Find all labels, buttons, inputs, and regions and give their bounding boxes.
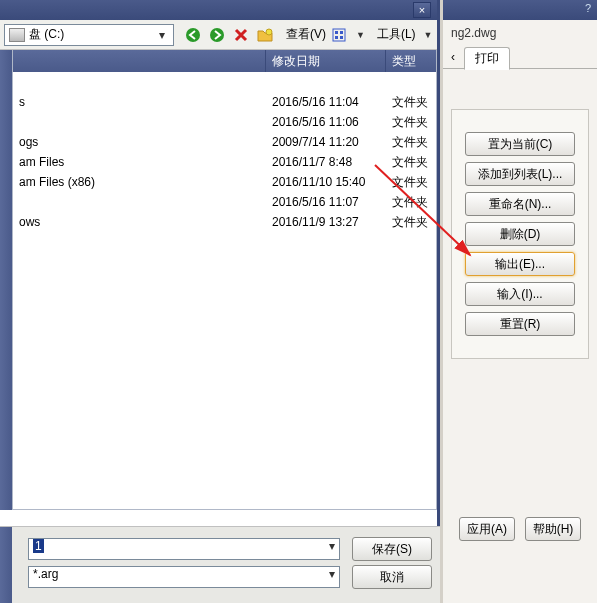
- filetype-combobox[interactable]: *.arg ▾: [28, 566, 340, 588]
- cell-name: s: [13, 95, 266, 109]
- cell-name: ogs: [13, 135, 266, 149]
- document-name: ng2.dwg: [451, 26, 589, 40]
- dialog-toolbar: 盘 (C:) ▾ 查看(V) ▼ 工具(L) ▼: [0, 20, 437, 50]
- rename-button[interactable]: 重命名(N)...: [465, 192, 575, 216]
- list-header: 修改日期 类型: [13, 50, 436, 72]
- chevron-down-icon[interactable]: ▼: [424, 30, 433, 40]
- panel-body: 置为当前(C) 添加到列表(L)... 重命名(N)... 删除(D) 输出(E…: [443, 68, 597, 557]
- panel-footer-actions: 应用(A) 帮助(H): [451, 509, 589, 549]
- cell-type: 文件夹: [386, 134, 436, 151]
- set-current-button[interactable]: 置为当前(C): [465, 132, 575, 156]
- dialog-footer: 1 ▾ 保存(S) *.arg ▾ 取消: [0, 526, 440, 603]
- chevron-down-icon[interactable]: ▾: [329, 539, 335, 553]
- panel-tabs: ng2.dwg ‹ 打印: [443, 20, 597, 68]
- view-options-icon[interactable]: [330, 26, 348, 44]
- back-icon[interactable]: [184, 26, 202, 44]
- chevron-down-icon[interactable]: ▼: [356, 30, 365, 40]
- cell-name: am Files: [13, 155, 266, 169]
- tab-print[interactable]: 打印: [464, 47, 510, 70]
- table-row[interactable]: am Files (x86)2016/11/10 15:40文件夹: [13, 172, 436, 192]
- cell-date: 2016/5/16 11:04: [266, 95, 386, 109]
- filename-input[interactable]: 1 ▾: [28, 538, 340, 560]
- options-panel: ? ng2.dwg ‹ 打印 置为当前(C) 添加到列表(L)... 重命名(N…: [443, 0, 597, 603]
- chevron-down-icon[interactable]: ▾: [155, 28, 169, 42]
- cell-date: 2016/11/7 8:48: [266, 155, 386, 169]
- svg-rect-5: [340, 31, 343, 34]
- svg-rect-3: [333, 29, 345, 41]
- cell-date: 2016/11/9 13:27: [266, 215, 386, 229]
- cell-date: 2016/5/16 11:06: [266, 115, 386, 129]
- svg-rect-6: [335, 36, 338, 39]
- cell-type: 文件夹: [386, 214, 436, 231]
- cell-date: 2009/7/14 11:20: [266, 135, 386, 149]
- svg-point-2: [266, 29, 272, 35]
- table-row[interactable]: s2016/5/16 11:04文件夹: [13, 92, 436, 112]
- cell-date: 2016/11/10 15:40: [266, 175, 386, 189]
- dialog-titlebar: ×: [0, 0, 437, 20]
- cell-type: 文件夹: [386, 154, 436, 171]
- delete-icon[interactable]: [232, 26, 250, 44]
- table-row[interactable]: 2016/5/16 11:07文件夹: [13, 192, 436, 212]
- cell-date: 2016/5/16 11:07: [266, 195, 386, 209]
- tab-hint: ‹: [451, 50, 455, 64]
- cell-name: ows: [13, 215, 266, 229]
- panel-titlebar: ?: [443, 0, 597, 20]
- svg-point-0: [186, 28, 200, 42]
- import-button[interactable]: 输入(I)...: [465, 282, 575, 306]
- tools-menu-button[interactable]: 工具(L): [377, 26, 416, 43]
- path-label: 盘 (C:): [29, 26, 155, 43]
- filetype-value: *.arg: [33, 567, 58, 581]
- file-save-dialog: × 盘 (C:) ▾ 查看(V) ▼ 工具(L): [0, 0, 440, 603]
- filename-value: 1: [33, 539, 44, 553]
- list-body: s2016/5/16 11:04文件夹2016/5/16 11:06文件夹ogs…: [13, 72, 436, 232]
- export-button[interactable]: 输出(E)...: [465, 252, 575, 276]
- close-icon[interactable]: ×: [413, 2, 431, 18]
- column-type[interactable]: 类型: [386, 50, 436, 72]
- svg-rect-7: [340, 36, 343, 39]
- toolbar-icons: 查看(V) ▼ 工具(L) ▼: [184, 26, 433, 44]
- apply-button[interactable]: 应用(A): [459, 517, 515, 541]
- file-list-area: 修改日期 类型 s2016/5/16 11:04文件夹2016/5/16 11:…: [0, 50, 437, 510]
- cell-name: am Files (x86): [13, 175, 266, 189]
- table-row[interactable]: ogs2009/7/14 11:20文件夹: [13, 132, 436, 152]
- places-sidebar: [0, 50, 12, 510]
- action-group: 置为当前(C) 添加到列表(L)... 重命名(N)... 删除(D) 输出(E…: [451, 109, 589, 359]
- cell-type: 文件夹: [386, 194, 436, 211]
- cell-type: 文件夹: [386, 94, 436, 111]
- table-row[interactable]: [13, 72, 436, 92]
- column-name[interactable]: [13, 50, 266, 72]
- add-to-list-button[interactable]: 添加到列表(L)...: [465, 162, 575, 186]
- view-menu-button[interactable]: 查看(V): [286, 26, 326, 43]
- table-row[interactable]: ows2016/11/9 13:27文件夹: [13, 212, 436, 232]
- reset-button[interactable]: 重置(R): [465, 312, 575, 336]
- delete-button[interactable]: 删除(D): [465, 222, 575, 246]
- cell-type: 文件夹: [386, 114, 436, 131]
- forward-icon[interactable]: [208, 26, 226, 44]
- save-button[interactable]: 保存(S): [352, 537, 432, 561]
- path-combobox[interactable]: 盘 (C:) ▾: [4, 24, 174, 46]
- svg-point-1: [210, 28, 224, 42]
- help-button[interactable]: 帮助(H): [525, 517, 581, 541]
- cell-type: 文件夹: [386, 174, 436, 191]
- file-list[interactable]: 修改日期 类型 s2016/5/16 11:04文件夹2016/5/16 11:…: [12, 50, 437, 510]
- column-date[interactable]: 修改日期: [266, 50, 386, 72]
- drive-icon: [9, 28, 25, 42]
- svg-rect-4: [335, 31, 338, 34]
- help-icon[interactable]: ?: [585, 2, 591, 20]
- chevron-down-icon[interactable]: ▾: [329, 567, 335, 581]
- table-row[interactable]: am Files2016/11/7 8:48文件夹: [13, 152, 436, 172]
- footer-sidebar-strip: [0, 527, 12, 603]
- table-row[interactable]: 2016/5/16 11:06文件夹: [13, 112, 436, 132]
- new-folder-icon[interactable]: [256, 26, 274, 44]
- cancel-button[interactable]: 取消: [352, 565, 432, 589]
